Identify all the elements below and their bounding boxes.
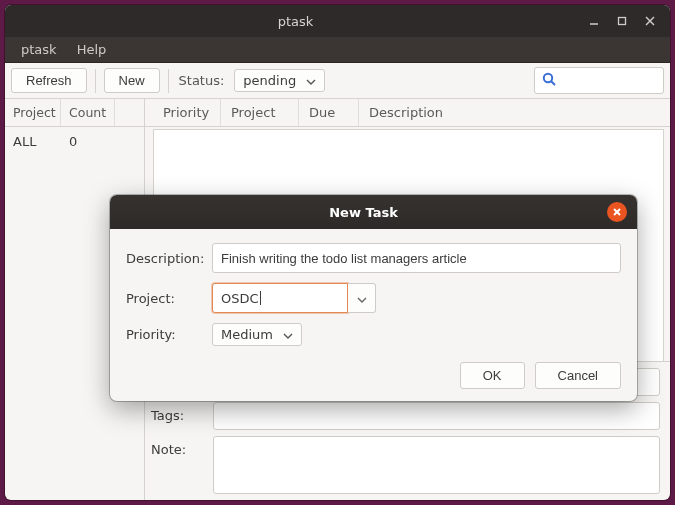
sidebar-row-count: 0 <box>69 134 77 149</box>
chevron-down-icon <box>283 327 293 342</box>
priority-label: Priority: <box>126 327 212 342</box>
svg-rect-1 <box>619 18 626 25</box>
description-input[interactable] <box>212 243 621 273</box>
sidebar-row-project: ALL <box>13 134 69 149</box>
menu-help[interactable]: Help <box>67 39 117 60</box>
description-label: Description: <box>126 251 212 266</box>
sidebar-col-count[interactable]: Count <box>61 99 115 126</box>
col-due[interactable]: Due <box>299 99 359 126</box>
new-button[interactable]: New <box>104 68 160 93</box>
dialog-close-button[interactable] <box>607 202 627 222</box>
status-dropdown[interactable]: pending <box>234 69 325 92</box>
project-label: Project: <box>126 291 212 306</box>
maximize-button[interactable] <box>612 11 632 31</box>
task-table-header: Priority Project Due Description <box>145 99 670 127</box>
titlebar: ptask <box>5 5 670 37</box>
detail-note-label: Note: <box>151 436 213 457</box>
toolbar: Refresh New Status: pending <box>5 63 670 99</box>
window-title: ptask <box>15 14 576 29</box>
status-label: Status: <box>177 73 229 88</box>
status-value: pending <box>243 73 296 88</box>
chevron-down-icon <box>306 73 316 88</box>
col-description[interactable]: Description <box>359 99 670 126</box>
priority-value: Medium <box>221 327 273 342</box>
sidebar-row[interactable]: ALL 0 <box>5 131 144 152</box>
detail-tags-input[interactable] <box>213 402 660 430</box>
search-input[interactable] <box>534 67 664 94</box>
svg-point-4 <box>544 74 552 82</box>
chevron-down-icon <box>357 291 367 306</box>
project-input[interactable]: OSDC <box>212 283 348 313</box>
refresh-button[interactable]: Refresh <box>11 68 87 93</box>
menubar: ptask Help <box>5 37 670 63</box>
svg-line-5 <box>551 81 555 85</box>
close-button[interactable] <box>640 11 660 31</box>
search-icon <box>541 71 557 90</box>
cancel-button[interactable]: Cancel <box>535 362 621 389</box>
project-dropdown-button[interactable] <box>348 283 376 313</box>
priority-dropdown[interactable]: Medium <box>212 323 302 346</box>
minimize-button[interactable] <box>584 11 604 31</box>
dialog-title: New Task <box>120 205 607 220</box>
col-project[interactable]: Project <box>221 99 299 126</box>
toolbar-separator <box>168 69 169 93</box>
col-priority[interactable]: Priority <box>153 99 221 126</box>
dialog-titlebar: New Task <box>110 195 637 229</box>
toolbar-separator <box>95 69 96 93</box>
ok-button[interactable]: OK <box>460 362 525 389</box>
sidebar-col-project[interactable]: Project <box>5 99 61 126</box>
menu-ptask[interactable]: ptask <box>11 39 67 60</box>
new-task-dialog: New Task Description: Project: OSDC <box>110 195 637 401</box>
detail-note-textarea[interactable] <box>213 436 660 494</box>
detail-tags-label: Tags: <box>151 402 213 423</box>
